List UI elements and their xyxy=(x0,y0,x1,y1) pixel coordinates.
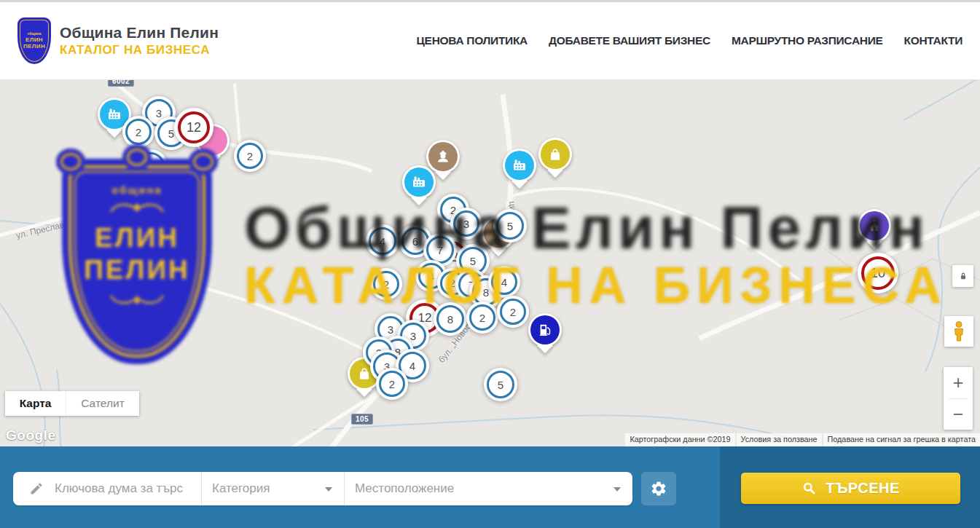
crest-town-label: община xyxy=(27,32,41,36)
zoom-in-button[interactable]: + xyxy=(944,367,973,398)
lock-icon xyxy=(957,270,969,282)
nav-item-pricing[interactable]: ЦЕНОВА ПОЛИТИКА xyxy=(417,34,528,47)
attribution-copyright: Картографски данни ©2019 xyxy=(625,433,734,446)
zoom-out-button[interactable]: − xyxy=(944,399,973,430)
site-title: Община Елин Пелин xyxy=(60,24,219,42)
pegman-icon xyxy=(950,320,968,342)
search-input-group: Категория Местоположение xyxy=(13,472,632,505)
municipality-crest-logo: община ЕЛИН ПЕЛИН xyxy=(17,17,51,64)
zoom-control: + − xyxy=(944,367,973,430)
gear-icon xyxy=(650,480,667,497)
map-type-satellite-button[interactable]: Сателит xyxy=(66,391,139,416)
keyword-search-input[interactable] xyxy=(53,481,184,497)
location-select-value: Местоположение xyxy=(355,481,454,496)
lock-button[interactable] xyxy=(952,265,973,287)
map-canvas[interactable]: 6002105ул. Преславбул. „Новоселци" 13325… xyxy=(0,80,980,446)
site-logo[interactable]: община ЕЛИН ПЕЛИН Община Елин Пелин КАТА… xyxy=(17,17,219,64)
chevron-down-icon xyxy=(614,487,621,492)
crest-name-line2: ПЕЛИН xyxy=(23,43,45,50)
pencil-icon xyxy=(29,481,44,496)
main-nav: ЦЕНОВА ПОЛИТИКА ДОБАВЕТЕ ВАШИЯТ БИЗНЕС М… xyxy=(417,34,963,47)
advanced-settings-button[interactable] xyxy=(641,472,676,505)
nav-item-add-business[interactable]: ДОБАВЕТЕ ВАШИЯТ БИЗНЕС xyxy=(549,34,710,47)
location-select[interactable]: Местоположение xyxy=(345,472,632,505)
street-view-pegman-button[interactable] xyxy=(944,316,973,347)
crest-name-line1: ЕЛИН xyxy=(26,36,43,43)
nav-item-route-schedule[interactable]: МАРШРУТНО РАЗПИСАНИЕ xyxy=(732,34,883,47)
search-bar: Категория Местоположение ТЪРСЕНЕ xyxy=(0,446,980,528)
search-icon xyxy=(801,481,817,496)
keyword-section xyxy=(13,472,202,505)
site-header: община ЕЛИН ПЕЛИН Община Елин Пелин КАТА… xyxy=(0,0,980,80)
nav-item-contacts[interactable]: КОНТАКТИ xyxy=(904,34,963,47)
search-button-label: ТЪРСЕНЕ xyxy=(826,480,900,497)
google-logo[interactable]: Google xyxy=(6,427,55,444)
category-select-value: Категория xyxy=(212,481,270,496)
map-type-map-button[interactable]: Карта xyxy=(5,391,66,416)
map-controls-layer: Карта Сателит Google Картографски данни … xyxy=(0,80,980,446)
category-select[interactable]: Категория xyxy=(202,472,345,505)
site-subtitle: КАТАЛОГ НА БИЗНЕСА xyxy=(60,43,219,58)
map-attribution: Картографски данни ©2019 Условия за полз… xyxy=(624,433,980,446)
search-button[interactable]: ТЪРСЕНЕ xyxy=(741,473,960,504)
report-error-link[interactable]: Подаване на сигнал за грешка в картата xyxy=(823,433,980,446)
chevron-down-icon xyxy=(325,487,332,492)
terms-link[interactable]: Условия за ползване xyxy=(737,433,822,446)
map-type-switcher: Карта Сателит xyxy=(5,391,139,416)
